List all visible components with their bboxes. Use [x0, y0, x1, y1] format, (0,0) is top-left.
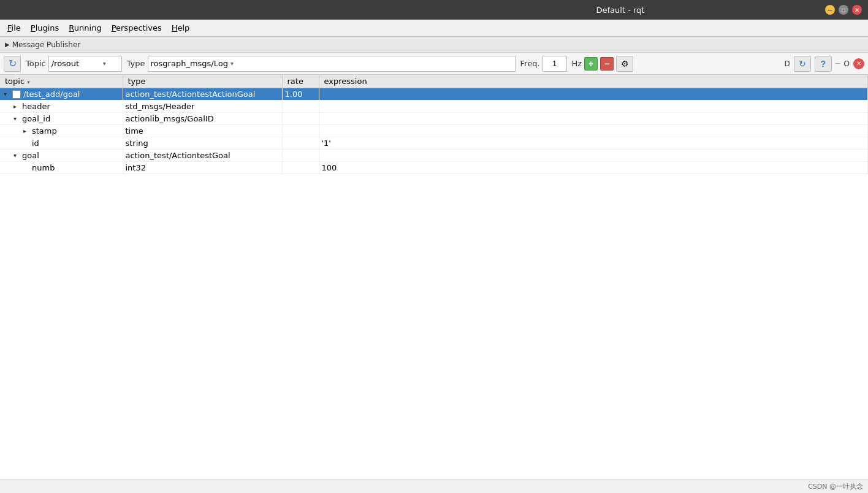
cell-expression[interactable] [319, 150, 868, 162]
dock-label: D [784, 59, 790, 68]
separator: ─ [836, 59, 840, 68]
topic-text: id [32, 139, 39, 148]
topic-text: /test_add/goal [23, 90, 80, 99]
cell-topic: ▸stamp [0, 125, 123, 137]
remove-publisher-button[interactable]: − [600, 57, 614, 71]
cell-expression[interactable]: '1' [319, 137, 868, 150]
cell-topic: ▾goal [0, 150, 123, 162]
plugin-header: ▶ Message Publisher [0, 37, 868, 53]
col-header-rate: rate [282, 75, 319, 88]
menu-perspectives[interactable]: Perspectives [107, 21, 167, 34]
plugin-expand-arrow[interactable]: ▶ [5, 41, 10, 48]
menu-bar: File Plugins Running Perspectives Help [0, 20, 868, 37]
type-label: Type [127, 59, 145, 68]
add-publisher-button[interactable]: + [584, 57, 598, 71]
cell-type: string [123, 137, 282, 150]
title-bar: Default - rqt ─ □ ✕ [0, 0, 868, 20]
minimize-button[interactable]: ─ [825, 5, 835, 15]
cell-topic: ▾goal_id [0, 113, 123, 125]
cell-type: action_test/ActiontestGoal [123, 150, 282, 162]
refresh-status-button[interactable]: ↻ [794, 56, 811, 72]
cell-rate [282, 162, 319, 174]
toolbar: ↻ Topic /rosout ▾ Type rosgraph_msgs/Log… [0, 53, 868, 75]
cell-rate [282, 101, 319, 113]
row-checkbox[interactable] [12, 90, 21, 99]
sort-arrow-topic: ▾ [27, 79, 30, 85]
topic-dropdown-arrow: ▾ [103, 60, 106, 67]
cell-type: std_msgs/Header [123, 101, 282, 113]
menu-file[interactable]: File [2, 21, 26, 34]
type-dropdown-arrow: ▾ [230, 60, 234, 67]
col-header-type: type [123, 75, 282, 88]
expand-arrow[interactable]: ▸ [23, 128, 31, 134]
cell-rate [282, 150, 319, 162]
cell-topic: id [0, 137, 123, 150]
publisher-table: topic ▾ type rate expression ▾/test_add/… [0, 75, 868, 174]
maximize-button[interactable]: □ [839, 5, 848, 15]
table-row[interactable]: ▾goalaction_test/ActiontestGoal [0, 150, 868, 162]
settings-button[interactable]: ⚙ [616, 56, 633, 72]
table-row[interactable]: ▸stamptime [0, 125, 868, 137]
table-row[interactable]: ▾/test_add/goalaction_test/ActiontestAct… [0, 88, 868, 101]
cell-type: time [123, 125, 282, 137]
menu-help[interactable]: Help [167, 21, 195, 34]
type-value: rosgraph_msgs/Log [151, 59, 228, 68]
cell-expression[interactable]: 100 [319, 162, 868, 174]
expand-arrow[interactable]: ▾ [13, 152, 21, 159]
topic-text: numb [32, 163, 55, 172]
cell-rate [282, 125, 319, 137]
cell-expression[interactable] [319, 125, 868, 137]
topic-text: goal [22, 151, 39, 160]
topic-value: /rosout [51, 59, 101, 68]
topic-text: header [22, 102, 50, 111]
cell-type: action_test/ActiontestActionGoal [123, 88, 282, 101]
undock-label[interactable]: O [844, 59, 850, 68]
col-header-topic[interactable]: topic ▾ [0, 75, 123, 88]
topic-label: Topic [26, 59, 46, 68]
refresh-button[interactable]: ↻ [4, 56, 21, 72]
table-row[interactable]: idstring'1' [0, 137, 868, 150]
freq-label: Freq. [520, 59, 540, 68]
expand-arrow[interactable]: ▾ [4, 91, 11, 97]
freq-input[interactable]: 1 [542, 56, 567, 72]
close-button[interactable]: ✕ [852, 5, 862, 15]
table-area: topic ▾ type rate expression ▾/test_add/… [0, 75, 868, 480]
table-row[interactable]: ▾goal_idactionlib_msgs/GoalID [0, 113, 868, 125]
plugin-title: Message Publisher [12, 40, 81, 49]
cell-expression[interactable] [319, 113, 868, 125]
cell-expression[interactable] [319, 101, 868, 113]
topic-text: goal_id [22, 114, 50, 123]
help-button[interactable]: ? [815, 56, 832, 72]
cell-rate [282, 137, 319, 150]
window-title: Default - rqt [416, 6, 825, 15]
expand-arrow[interactable]: ▾ [13, 115, 21, 122]
status-bar: CSDN @一叶执念 [0, 480, 868, 493]
expand-arrow[interactable]: ▸ [13, 103, 21, 110]
cell-type: actionlib_msgs/GoalID [123, 113, 282, 125]
cell-type: int32 [123, 162, 282, 174]
type-combo[interactable]: rosgraph_msgs/Log ▾ [148, 56, 516, 72]
cell-rate: 1.00 [282, 88, 319, 101]
status-text: CSDN @一叶执念 [808, 482, 863, 491]
table-row[interactable]: numbint32100 [0, 162, 868, 174]
cell-expression[interactable] [319, 88, 868, 101]
cell-topic: ▸header [0, 101, 123, 113]
topic-combo[interactable]: /rosout ▾ [48, 56, 122, 72]
cell-topic: ▾/test_add/goal [0, 88, 123, 101]
hz-label: Hz [572, 59, 582, 68]
plugin-close-button[interactable]: ✕ [853, 58, 864, 69]
menu-plugins[interactable]: Plugins [26, 21, 64, 34]
cell-topic: numb [0, 162, 123, 174]
menu-running[interactable]: Running [64, 21, 106, 34]
cell-rate [282, 113, 319, 125]
col-header-expression: expression [319, 75, 868, 88]
table-row[interactable]: ▸headerstd_msgs/Header [0, 101, 868, 113]
topic-text: stamp [32, 126, 57, 136]
